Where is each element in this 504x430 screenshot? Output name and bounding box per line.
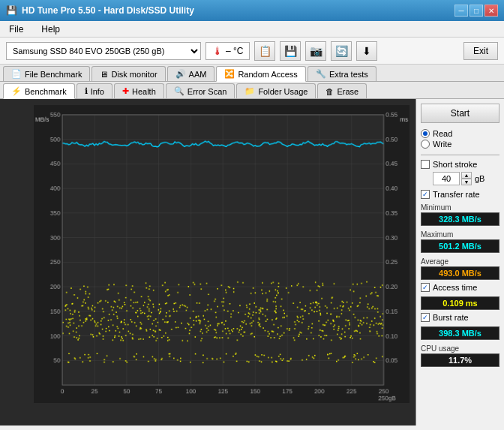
temperature-value: – °C [226,46,243,56]
exit-button[interactable]: Exit [464,42,498,60]
minimum-block: Minimum 328.3 MB/s [421,203,500,226]
write-label: Write [433,140,452,149]
side-panel: Start Read Write Short stroke 40 ▲ ▼ gB [416,99,504,425]
title-bar-left: 💾 HD Tune Pro 5.50 - Hard Disk/SSD Utili… [6,5,194,16]
aam-icon: 🔊 [176,69,186,79]
minimum-label: Minimum [421,203,500,212]
tab-extra-tests[interactable]: 🔧 Extra tests [308,66,376,81]
transfer-rate-checkbox[interactable]: Transfer rate [421,190,500,199]
window-title: HD Tune Pro 5.50 - Hard Disk/SSD Utility [22,5,194,16]
title-bar: 💾 HD Tune Pro 5.50 - Hard Disk/SSD Utili… [0,0,504,21]
cpu-usage-label: CPU usage [421,344,500,353]
read-label: Read [433,129,452,138]
short-stroke-checkbox-box [421,160,430,169]
maximum-label: Maximum [421,230,500,239]
tab-benchmark[interactable]: ⚡ Benchmark [3,83,75,99]
menu-help[interactable]: Help [38,23,63,35]
tab-info[interactable]: ℹ Info [76,83,112,98]
average-block: Average 493.0 MB/s [421,257,500,280]
access-time-value: 0.109 ms [421,296,500,310]
copy-btn[interactable]: 📋 [254,41,275,61]
folder-usage-icon: 📁 [244,86,255,96]
access-time-label: Access time [433,283,477,292]
transfer-rate-checkbox-box [421,190,430,199]
read-radio-dot [421,129,430,138]
tab-aam[interactable]: 🔊 AAM [167,66,215,81]
drive-select[interactable]: Samsung SSD 840 EVO 250GB (250 gB) [6,42,201,60]
transfer-rate-label: Transfer rate [433,190,480,199]
access-time-checkbox[interactable]: Access time [421,283,500,292]
minimize-button[interactable]: ─ [454,5,468,17]
start-button[interactable]: Start [421,104,500,123]
burst-rate-checkbox[interactable]: Burst rate [421,313,500,322]
tab-random-access[interactable]: 🔀 Random Access [216,66,305,82]
access-time-block: 0.109 ms [421,296,500,310]
access-time-checkbox-box [421,283,430,292]
spin-up-arrow[interactable]: ▲ [461,172,472,179]
tab-file-benchmark[interactable]: 📄 File Benchmark [3,66,90,81]
write-radio-dot [421,140,430,149]
tab-row-1: 📄 File Benchmark 🖥 Disk monitor 🔊 AAM 🔀 … [0,65,504,82]
spin-down-arrow[interactable]: ▼ [461,179,472,185]
temperature-display: 🌡 – °C [206,42,250,60]
thermometer-icon: 🌡 [212,45,223,57]
toolbar: Samsung SSD 840 EVO 250GB (250 gB) 🌡 – °… [0,38,504,65]
read-radio[interactable]: Read [421,129,500,138]
refresh-btn[interactable]: 🔄 [331,41,352,61]
cpu-usage-value: 11.7% [421,353,500,367]
error-scan-icon: 🔍 [174,86,184,96]
cpu-usage-block: CPU usage 11.7% [421,344,500,367]
average-label: Average [421,257,500,266]
divider-1 [421,155,500,155]
down-btn[interactable]: ⬇ [356,41,377,61]
main-content: Start Read Write Short stroke 40 ▲ ▼ gB [0,99,504,425]
menu-file[interactable]: File [6,23,26,35]
burst-rate-label: Burst rate [433,313,469,322]
maximize-button[interactable]: □ [470,5,483,17]
maximum-value: 501.2 MB/s [421,239,500,253]
burst-rate-value: 398.3 MB/s [421,326,500,340]
short-stroke-unit: gB [475,174,484,183]
short-stroke-label: Short stroke [433,160,477,169]
tab-folder-usage[interactable]: 📁 Folder Usage [236,83,316,98]
erase-icon: 🗑 [326,87,334,96]
file-benchmark-icon: 📄 [11,69,22,79]
disk-monitor-icon: 🖥 [100,70,108,79]
extra-tests-icon: 🔧 [316,69,326,79]
write-radio[interactable]: Write [421,140,500,149]
short-stroke-checkbox[interactable]: Short stroke [421,160,500,169]
spin-arrows: ▲ ▼ [461,172,472,185]
app-icon: 💾 [6,5,17,16]
benchmark-chart [34,105,410,403]
info-icon: ℹ [85,86,88,96]
menu-bar: File Help [0,21,504,38]
burst-rate-block: 398.3 MB/s [421,326,500,340]
short-stroke-spinbox: 40 ▲ ▼ gB [433,172,500,185]
benchmark-icon: ⚡ [11,86,22,96]
minimum-value: 328.3 MB/s [421,212,500,226]
read-write-radio-group: Read Write [421,129,500,149]
tab-erase[interactable]: 🗑 Erase [317,83,367,98]
average-value: 493.0 MB/s [421,266,500,280]
tab-row-2: ⚡ Benchmark ℹ Info ✚ Health 🔍 Error Scan… [0,82,504,99]
health-icon: ✚ [122,86,129,96]
burst-rate-checkbox-box [421,313,430,322]
tab-error-scan[interactable]: 🔍 Error Scan [166,83,236,98]
camera-btn[interactable]: 📷 [305,41,326,61]
tab-disk-monitor[interactable]: 🖥 Disk monitor [92,66,165,81]
save-btn[interactable]: 💾 [280,41,301,61]
random-access-icon: 🔀 [224,69,235,79]
close-button[interactable]: ✕ [484,5,498,17]
tab-health[interactable]: ✚ Health [114,83,164,98]
short-stroke-input[interactable]: 40 [433,172,460,185]
maximum-block: Maximum 501.2 MB/s [421,230,500,253]
title-bar-controls: ─ □ ✕ [454,5,498,17]
chart-area [0,99,416,425]
